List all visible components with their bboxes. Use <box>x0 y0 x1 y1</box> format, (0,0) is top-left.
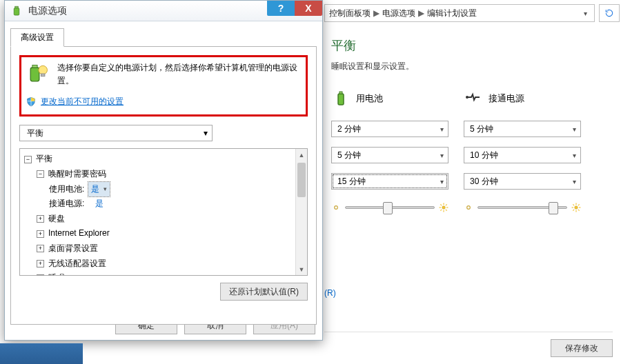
edit-plan-body: 平衡 睡眠设置和显示设置。 用电池 接通电源 2 分钟▾ 5 分钟▾ 5 分钟▾ <box>324 26 620 364</box>
chevron-down-icon: ▾ <box>204 128 208 138</box>
breadcrumb-item[interactable]: 控制面板项 <box>329 8 371 19</box>
breadcrumb[interactable]: 控制面板项 ▶ 电源选项 ▶ 编辑计划设置 ▾ <box>324 4 595 22</box>
svg-line-10 <box>446 210 447 211</box>
titlebar[interactable]: 电源选项 ? X <box>5 1 322 21</box>
tree-node-desktop-bg[interactable]: +桌面背景设置 <box>37 241 307 256</box>
breadcrumb-item[interactable]: 编辑计划设置 <box>427 8 477 19</box>
svg-rect-23 <box>14 8 19 15</box>
close-button[interactable]: X <box>295 1 322 16</box>
divider <box>324 332 613 332</box>
slider-thumb[interactable] <box>549 202 558 214</box>
tree-node-password-on-wake[interactable]: −唤醒时需要密码 <box>37 167 307 182</box>
change-unavailable-settings-link[interactable]: 更改当前不可用的设置 <box>41 96 124 108</box>
row-off-display: 5 分钟▾ 10 分钟▾ <box>331 147 607 163</box>
value-dropdown[interactable]: 是▾ <box>88 182 110 197</box>
svg-rect-0 <box>338 94 344 105</box>
select-sleep-battery[interactable]: 15 分钟▾ <box>331 173 448 190</box>
tree-node-hard-disk[interactable]: +硬盘 <box>37 212 307 227</box>
svg-line-12 <box>446 204 447 205</box>
help-button[interactable]: ? <box>267 1 295 16</box>
value-link[interactable]: 是 <box>95 196 103 212</box>
brightness-slider-plugged[interactable] <box>464 199 581 216</box>
settings-tree[interactable]: −平衡 −唤醒时需要密码 使用电池: 是▾ 接通电源: 是 + <box>19 148 308 276</box>
svg-rect-28 <box>41 74 45 77</box>
brightness-slider-battery[interactable] <box>331 199 448 216</box>
svg-rect-24 <box>15 6 19 8</box>
expand-icon[interactable]: + <box>37 215 44 223</box>
battery-bulb-icon <box>26 61 50 86</box>
chevron-down-icon: ▾ <box>440 152 444 159</box>
expand-icon[interactable]: + <box>37 230 44 238</box>
expand-icon[interactable]: + <box>37 274 44 276</box>
battery-icon <box>331 89 351 108</box>
plan-title: 平衡 <box>331 37 620 54</box>
scroll-up-icon[interactable]: ▲ <box>296 149 307 161</box>
chevron-right-icon: ▶ <box>418 8 424 18</box>
svg-point-3 <box>335 206 338 210</box>
slider-track[interactable] <box>477 206 567 209</box>
chevron-down-icon: ▾ <box>103 183 107 194</box>
expand-icon[interactable]: + <box>37 260 44 267</box>
tree-node-balanced[interactable]: −平衡 <box>24 152 307 167</box>
slider-thumb[interactable] <box>383 202 393 214</box>
svg-line-20 <box>578 210 580 211</box>
svg-rect-25 <box>30 68 39 81</box>
power-plan-value: 平衡 <box>27 128 43 139</box>
expand-icon[interactable]: + <box>37 245 44 252</box>
chevron-right-icon: ▶ <box>373 8 379 18</box>
collapse-icon[interactable]: − <box>24 156 32 163</box>
sun-bright-icon <box>571 203 581 212</box>
row-brightness <box>331 199 607 216</box>
slider-track[interactable] <box>345 206 435 209</box>
save-changes-button[interactable]: 保存修改 <box>551 339 613 357</box>
sun-bright-icon <box>439 203 448 212</box>
scrollbar[interactable]: ▲ ▼ <box>295 149 307 275</box>
highlight-box: 选择你要自定义的电源计划，然后选择你希望计算机管理的电源设置。 更改当前不可用的… <box>19 55 308 117</box>
select-dim-plugged[interactable]: 5 分钟▾ <box>464 121 581 137</box>
power-plan-combobox[interactable]: 平衡 ▾ <box>19 125 213 141</box>
restore-defaults-link[interactable]: (R) <box>324 288 336 298</box>
tree-node-sleep[interactable]: +睡眠 <box>37 271 307 276</box>
power-options-dialog: 电源选项 ? X 高级设置 选择你要自定义的电源计划， <box>4 0 323 341</box>
tree-node-ie[interactable]: +Internet Explorer <box>37 226 307 241</box>
breadcrumb-item[interactable]: 电源选项 <box>382 8 415 19</box>
chevron-down-icon: ▾ <box>440 178 444 185</box>
plan-subtitle: 睡眠设置和显示设置。 <box>331 61 620 72</box>
select-sleep-plugged[interactable]: 30 分钟▾ <box>464 173 581 190</box>
tree-leaf-on-battery[interactable]: 使用电池: 是▾ <box>49 182 307 197</box>
dialog-title: 电源选项 <box>28 5 67 17</box>
tab-advanced-settings[interactable]: 高级设置 <box>10 28 64 47</box>
collapse-icon[interactable]: − <box>37 170 44 178</box>
plug-icon <box>464 89 483 108</box>
svg-line-21 <box>573 210 574 211</box>
refresh-button[interactable] <box>599 4 620 22</box>
svg-point-27 <box>39 65 48 74</box>
scroll-thumb[interactable] <box>297 163 306 197</box>
svg-point-14 <box>575 206 578 210</box>
select-dim-battery[interactable]: 2 分钟▾ <box>331 121 448 137</box>
chevron-down-icon: ▾ <box>573 152 576 159</box>
scroll-down-icon[interactable]: ▼ <box>296 263 307 275</box>
chevron-down-icon: ▾ <box>573 125 576 133</box>
sun-dim-icon <box>331 203 341 212</box>
address-bar: 控制面板项 ▶ 电源选项 ▶ 编辑计划设置 ▾ <box>324 3 620 23</box>
tree-leaf-plugged-in[interactable]: 接通电源: 是 <box>49 196 307 212</box>
tree-node-wireless[interactable]: +无线适配器设置 <box>37 256 307 272</box>
column-headers: 用电池 接通电源 <box>331 86 607 111</box>
col-battery-label: 用电池 <box>356 92 383 105</box>
svg-point-13 <box>467 206 471 210</box>
chevron-down-icon: ▾ <box>573 178 576 185</box>
row-sleep: 15 分钟▾ 30 分钟▾ <box>331 173 607 190</box>
svg-rect-26 <box>32 65 37 68</box>
select-off-battery[interactable]: 5 分钟▾ <box>331 147 448 163</box>
shield-icon <box>26 97 37 108</box>
restore-defaults-button[interactable]: 还原计划默认值(R) <box>220 283 308 301</box>
chevron-down-icon: ▾ <box>440 125 444 133</box>
select-off-plugged[interactable]: 10 分钟▾ <box>464 147 581 163</box>
chevron-down-icon[interactable]: ▾ <box>581 10 590 17</box>
col-plugged-label: 接通电源 <box>489 92 524 105</box>
taskbar-fragment <box>0 343 83 364</box>
row-dim-display: 2 分钟▾ 5 分钟▾ <box>331 121 607 137</box>
svg-point-2 <box>466 96 469 99</box>
svg-line-11 <box>440 210 442 211</box>
